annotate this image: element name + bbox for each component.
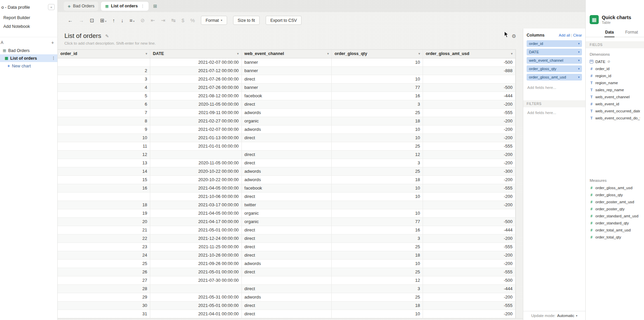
table-cell[interactable]: 10 <box>332 134 423 142</box>
kebab-menu-icon[interactable]: ⋮ <box>52 56 55 60</box>
table-cell[interactable]: 6 <box>58 100 150 108</box>
dimension-date[interactable]: DATE⊘ <box>586 58 644 65</box>
table-cell[interactable]: 25 <box>58 260 150 268</box>
measure-order-poster-amt-usd[interactable]: #order_poster_amt_usd <box>586 198 644 205</box>
chevron-down-icon[interactable]: ▾ <box>237 50 239 58</box>
table-cell[interactable]: 2021-04-05 00:00:00 <box>150 209 242 217</box>
table-cell[interactable]: -444 <box>423 285 516 293</box>
table-cell[interactable]: -500 <box>423 218 516 226</box>
kebab-menu-icon[interactable]: ⋮ <box>141 4 145 8</box>
gear-icon[interactable]: ⚙ <box>512 33 516 39</box>
sidebar-link-add-notebook[interactable]: Add Notebook <box>0 22 57 31</box>
table-cell[interactable]: direct <box>242 302 332 310</box>
table-cell[interactable]: 25 <box>332 293 423 301</box>
table-cell[interactable]: direct <box>242 310 332 318</box>
new-tab-button[interactable]: ⊞ <box>151 3 159 9</box>
table-cell[interactable]: -200 <box>423 251 516 259</box>
chevron-down-icon[interactable]: ▾ <box>578 42 580 45</box>
table-cell[interactable]: 29 <box>58 293 150 301</box>
add-all-link[interactable]: Add all <box>559 33 570 37</box>
sort-descending-icon[interactable]: ↓ <box>121 18 124 23</box>
table-cell[interactable]: -555 <box>423 243 516 251</box>
table-cell[interactable]: 12 <box>332 151 423 159</box>
table-cell[interactable]: 2021-07-30 00:00:00 <box>150 276 242 284</box>
table-cell[interactable]: 25 <box>332 142 423 150</box>
table-cell[interactable]: 24 <box>58 251 150 259</box>
dimension-sales-rep-name[interactable]: Tsales_rep_name <box>586 86 644 93</box>
dimension-region-name[interactable]: Tregion_name <box>586 79 644 86</box>
table-cell[interactable]: 28 <box>58 285 150 293</box>
table-cell[interactable]: 10 <box>332 193 423 201</box>
table-cell[interactable]: 5 <box>58 92 150 100</box>
measure-order-gloss-amt-usd[interactable]: #order_gloss_amt_usd <box>586 184 644 191</box>
copy-style-icon[interactable]: ⊡ <box>90 18 94 23</box>
table-cell[interactable]: 21 <box>58 226 150 234</box>
table-cell[interactable]: 2020-10-22 00:00:00 <box>150 176 242 184</box>
table-cell[interactable]: 30 <box>58 302 150 310</box>
table-cell[interactable]: -555 <box>423 109 516 117</box>
edit-pencil-icon[interactable]: ✎ <box>105 34 109 39</box>
table-cell[interactable]: -200 <box>423 176 516 184</box>
table-cell[interactable]: 15 <box>58 176 150 184</box>
table-cell[interactable]: 11 <box>58 142 150 150</box>
table-cell[interactable]: 2021-02-07 00:00:00 <box>150 58 242 66</box>
table-cell[interactable]: 18 <box>332 176 423 184</box>
table-cell[interactable]: direct <box>242 226 332 234</box>
table-cell[interactable]: banner <box>242 58 332 66</box>
table-cell[interactable]: 25 <box>332 243 423 251</box>
table-cell[interactable]: 10 <box>332 58 423 66</box>
table-cell[interactable]: direct <box>242 243 332 251</box>
table-cell[interactable]: 25 <box>332 109 423 117</box>
table-cell[interactable]: 16 <box>332 226 423 234</box>
table-cell[interactable]: -555 <box>423 184 516 192</box>
table-cell[interactable]: organic <box>242 218 332 226</box>
table-cell[interactable]: -555 <box>423 302 516 310</box>
table-cell[interactable]: 8 <box>58 117 150 125</box>
table-cell[interactable]: 18 <box>332 251 423 259</box>
table-cell[interactable] <box>332 67 423 75</box>
table-cell[interactable]: -300 <box>423 167 516 175</box>
table-cell[interactable]: -444 <box>423 92 516 100</box>
sidebar-item-list-of-orders[interactable]: ▦List of orders⋮ <box>0 54 57 62</box>
chevron-down-icon[interactable]: ▾ <box>578 67 580 70</box>
table-cell[interactable]: 4 <box>58 84 150 92</box>
sort-ascending-icon[interactable]: ↑ <box>112 18 115 23</box>
chevron-down-icon[interactable]: ▾ <box>146 50 147 58</box>
table-cell[interactable]: 3 <box>58 75 150 83</box>
table-cell[interactable]: -555 <box>423 268 516 276</box>
table-cell[interactable] <box>242 142 332 150</box>
dimension-order-id[interactable]: #order_id <box>586 65 644 72</box>
table-cell[interactable]: -200 <box>423 125 516 134</box>
export-csv-button[interactable]: Export to CSV <box>266 16 302 25</box>
chevron-down-icon[interactable]: ▾ <box>576 314 577 317</box>
measure-order-total-amt-usd[interactable]: #order_total_amt_usd <box>586 226 644 233</box>
sheet-title[interactable]: List of orders <box>64 32 101 40</box>
table-cell[interactable]: 2021-12-24 00:00:00 <box>150 234 242 243</box>
table-cell[interactable]: 2021-09-11 00:00:00 <box>150 109 242 117</box>
table-cell[interactable]: 2021-03-17 00:00:00 <box>150 201 242 209</box>
table-cell[interactable]: adwords <box>242 176 332 184</box>
column-pill-order-id[interactable]: order_id▾ <box>527 40 582 47</box>
sidebar-link-report-builder[interactable]: Report Builder <box>0 13 57 22</box>
chevron-down-icon[interactable]: ▾ <box>578 59 580 62</box>
table-cell[interactable]: 2021-07-26 00:00:00 <box>150 84 242 92</box>
table-cell[interactable]: -444 <box>423 226 516 234</box>
table-cell[interactable] <box>150 151 242 159</box>
dimension-web-event-channel[interactable]: Tweb_event_channel <box>586 93 644 100</box>
table-cell[interactable]: 2021-09-26 00:00:00 <box>150 260 242 268</box>
table-cell[interactable]: direct <box>242 151 332 159</box>
table-cell[interactable]: direct <box>242 100 332 108</box>
table-cell[interactable]: 2021-04-01 00:00:00 <box>150 310 242 318</box>
insert-column-icon[interactable]: ⊞▾ <box>100 18 107 23</box>
dimension-region-id[interactable]: #region_id <box>586 72 644 79</box>
table-cell[interactable]: 14 <box>58 167 150 175</box>
table-cell[interactable]: -500 <box>423 58 516 66</box>
clear-link[interactable]: Clear <box>573 33 582 37</box>
chevron-down-icon[interactable]: ▾ <box>578 75 580 79</box>
column-header-order-gloss-qty[interactable]: order_gloss_qty▾ <box>332 50 423 58</box>
table-cell[interactable]: 2021-05-01 00:00:00 <box>150 226 242 234</box>
table-cell[interactable]: organic <box>242 209 332 217</box>
table-cell[interactable]: 25 <box>332 167 423 175</box>
table-cell[interactable]: direct <box>242 134 332 142</box>
table-cell[interactable]: 18 <box>332 117 423 125</box>
